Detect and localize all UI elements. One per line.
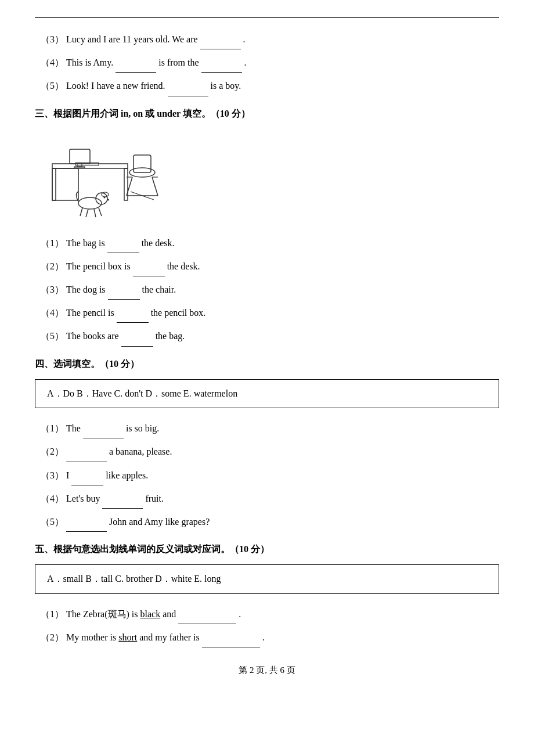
item-5: （5） Look! I have a new friend. is a boy. [41, 75, 499, 96]
s3-item-5-text2: the bag. [156, 331, 185, 341]
s4-item-1-blank [83, 417, 124, 438]
s4-item-3-blank [71, 465, 103, 485]
s4-item-1-text2: is so big. [126, 423, 159, 433]
s3-item-1: （1） The bag is the desk. [41, 232, 499, 253]
s4-item-2-num: （2） [41, 447, 64, 456]
svg-rect-9 [134, 155, 151, 172]
s4-item-3-text1: I [66, 470, 71, 480]
s5-item-2-text2: and my father is [139, 632, 202, 642]
svg-rect-1 [52, 168, 56, 200]
svg-line-11 [152, 177, 158, 196]
s4-item-4-text1: Let's buy [66, 494, 102, 503]
item-4-end: . [244, 57, 247, 67]
s5-item-2-end: . [262, 632, 265, 642]
page-number: 第 2 页, 共 6 页 [35, 665, 499, 676]
s5-item-1-underline: black [140, 609, 161, 619]
item-5-blank [168, 75, 208, 96]
s3-item-2-num: （2） [41, 261, 64, 271]
svg-rect-4 [70, 149, 90, 164]
item-5-text1: Look! I have a new friend. [66, 81, 168, 91]
svg-rect-0 [52, 164, 128, 168]
s5-item-2-blank [202, 627, 260, 647]
svg-point-23 [104, 196, 106, 198]
svg-point-24 [107, 199, 109, 200]
item-5-text2: is a boy. [211, 81, 241, 91]
s3-item-1-text2: the desk. [142, 238, 175, 248]
svg-line-19 [80, 208, 82, 216]
s4-item-2: （2） a banana, please. [41, 441, 499, 462]
item-3: （3） Lucy and I are 11 years old. We are … [41, 28, 499, 49]
item-5-num: （5） [41, 81, 64, 91]
s3-item-2: （2） The pencil box is the desk. [41, 255, 499, 276]
s3-item-2-text2: the desk. [167, 261, 200, 271]
s4-item-1-num: （1） [41, 423, 64, 433]
svg-line-21 [94, 209, 96, 217]
s5-item-1-end: . [239, 609, 241, 619]
s4-item-4: （4） Let's buy fruit. [41, 488, 499, 509]
s5-item-1-text2: and [163, 609, 178, 619]
s3-item-1-num: （1） [41, 238, 64, 248]
s5-item-2-num: （2） [41, 632, 64, 642]
svg-point-18 [102, 192, 109, 197]
s5-item-2: （2） My mother is short and my father is … [41, 627, 499, 647]
desk-svg [46, 129, 163, 222]
s4-item-1: （1） The is so big. [41, 417, 499, 438]
s3-item-1-blank [107, 232, 139, 253]
s5-item-2-underline: short [118, 632, 137, 642]
s5-item-1: （1） The Zebra(斑马) is black and . [41, 603, 499, 624]
s4-item-3-text2: like apples. [106, 470, 148, 480]
s3-item-2-text1: The pencil box is [66, 261, 133, 271]
s3-item-4: （4） The pencil is the pencil box. [41, 302, 499, 323]
section4-title: 四、选词填空。（10 分） [35, 355, 499, 373]
top-divider [35, 17, 499, 18]
item-3-num: （3） [41, 34, 64, 44]
s4-item-3-num: （3） [41, 470, 64, 480]
s3-item-5-blank [121, 325, 153, 346]
item-4: （4） This is Amy. is from the . [41, 52, 499, 73]
s4-item-4-text2: fruit. [145, 494, 164, 503]
item-4-blank1 [116, 52, 156, 73]
section5-title: 五、根据句意选出划线单词的反义词或对应词。（10 分） [35, 540, 499, 559]
item-3-text: Lucy and I are 11 years old. We are [66, 34, 200, 44]
s3-item-4-text1: The pencil is [66, 308, 117, 318]
svg-line-20 [86, 209, 88, 217]
s3-item-3-num: （3） [41, 285, 64, 294]
s4-item-5-text: John and Amy like grapes? [109, 517, 210, 527]
item-4-text1: This is Amy. [66, 57, 116, 67]
s3-item-4-num: （4） [41, 308, 64, 318]
item-4-text2: is from the [158, 57, 201, 67]
s4-item-2-blank [66, 441, 107, 462]
desk-image [46, 129, 163, 222]
s3-item-4-text2: the pencil box. [151, 308, 206, 318]
s5-item-1-text1: The Zebra(斑马) is [66, 609, 140, 619]
s3-item-5-num: （5） [41, 331, 64, 341]
s5-item-2-text1: My mother is [66, 632, 118, 642]
section4-wordbox: A．Do B．Have C. don't D．some E. watermelo… [35, 379, 499, 409]
item-3-end: . [243, 34, 246, 44]
s4-item-5: （5） John and Amy like grapes? [41, 511, 499, 532]
s3-item-1-text1: The bag is [66, 238, 107, 248]
item-3-blank [200, 28, 241, 49]
s4-item-5-blank [66, 511, 107, 532]
s3-item-3-text1: The dog is [66, 285, 108, 294]
item-4-blank2 [201, 52, 242, 73]
s3-item-3-blank [108, 279, 140, 300]
s5-item-1-num: （1） [41, 609, 64, 619]
s4-item-4-blank [102, 488, 143, 509]
s5-item-1-blank [178, 603, 236, 624]
section5-wordbox: A．small B．tall C. brother D．white E. lon… [35, 564, 499, 594]
s3-item-3: （3） The dog is the chair. [41, 279, 499, 300]
s3-item-5-text1: The books are [66, 331, 121, 341]
s3-item-4-blank [117, 302, 149, 323]
s4-item-2-text: a banana, please. [109, 447, 172, 456]
s3-item-5: （5） The books are the bag. [41, 325, 499, 346]
s4-item-1-text1: The [66, 423, 83, 433]
s4-item-5-num: （5） [41, 517, 64, 527]
section3-title: 三、根据图片用介词 in, on 或 under 填空。（10 分） [35, 105, 499, 123]
svg-rect-6 [74, 167, 85, 168]
s3-item-3-text2: the chair. [142, 285, 176, 294]
s4-item-4-num: （4） [41, 494, 64, 503]
svg-line-22 [99, 208, 102, 216]
s4-item-3: （3） I like apples. [41, 465, 499, 485]
s3-item-2-blank [133, 255, 165, 276]
